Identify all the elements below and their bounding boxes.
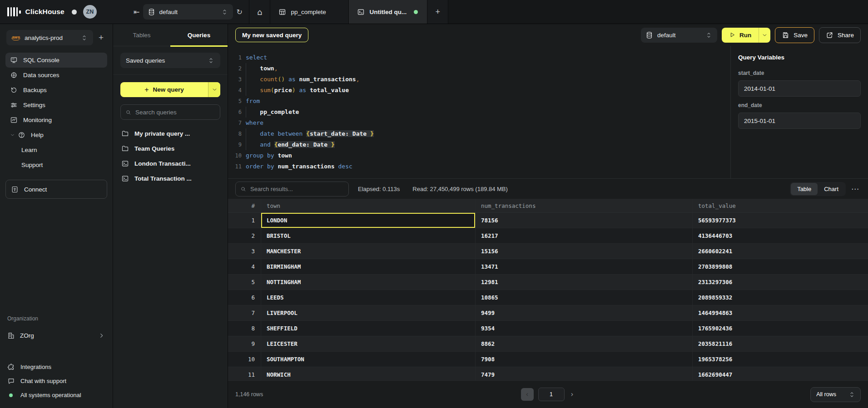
code-line-3[interactable]: 3 count() as num_transactions, (228, 74, 730, 85)
code-line-2[interactable]: 2 town, (228, 63, 730, 74)
row-number[interactable]: 4 (228, 259, 261, 274)
query-list-item-team-queries[interactable]: Team Queries (118, 141, 223, 156)
page-size-select[interactable]: All rows (810, 387, 861, 402)
column-header-num-transactions[interactable]: num_transactions (475, 199, 692, 212)
start-date-input[interactable] (744, 85, 855, 92)
sidebar-footer-chat-with-support[interactable]: Chat with support (7, 375, 105, 387)
table-cell[interactable]: 1662690447 (692, 367, 868, 380)
more-options-button[interactable]: ⋯ (849, 184, 861, 193)
tab-pp-complete[interactable]: pp_complete (270, 0, 348, 24)
end-date-input[interactable] (744, 118, 855, 124)
collapse-panel-icon[interactable]: ⇤ (131, 7, 142, 17)
code-line-10[interactable]: 10group by town (228, 150, 730, 161)
table-cell[interactable]: 1765902436 (692, 321, 868, 336)
next-page-button[interactable]: › (569, 390, 575, 398)
code-line-9[interactable]: 9 and {end_date: Date } (228, 139, 730, 150)
view-table-button[interactable]: Table (791, 183, 818, 195)
sidebar-item-support[interactable]: Support (5, 157, 107, 172)
table-cell[interactable]: 7479 (475, 367, 692, 380)
saved-queries-select[interactable]: Saved queries (120, 53, 220, 68)
new-tab-button[interactable]: + (427, 0, 448, 24)
row-number[interactable]: 7 (228, 305, 261, 320)
sidebar-item-data-sources[interactable]: Data sources (5, 68, 107, 83)
column-header-town[interactable]: town (261, 199, 475, 212)
run-button[interactable]: Run (722, 28, 770, 43)
column-header-total-value[interactable]: total_value (692, 199, 868, 212)
table-cell[interactable]: 2089859332 (692, 290, 868, 305)
search-results-box[interactable] (235, 182, 349, 197)
table-cell[interactable]: 2703899808 (692, 259, 868, 274)
add-service-button[interactable]: + (96, 33, 106, 43)
table-cell[interactable]: 4136446703 (692, 228, 868, 243)
current-page[interactable]: 1 (538, 388, 565, 401)
table-cell[interactable]: 10865 (475, 290, 692, 305)
notification-dot[interactable] (72, 10, 77, 15)
new-query-button[interactable]: + New query (120, 82, 220, 97)
table-cell[interactable]: 2660602241 (692, 244, 868, 259)
sidebar-footer-integrations[interactable]: Integrations (7, 361, 105, 373)
table-cell[interactable]: LIVERPOOL (261, 305, 475, 320)
sidebar-item-monitoring[interactable]: Monitoring (5, 113, 107, 128)
workspace-select[interactable]: aws analytics-prod (6, 30, 93, 45)
table-cell[interactable]: 1464994863 (692, 305, 868, 320)
sidebar-item-backups[interactable]: Backups (5, 83, 107, 98)
previous-page-button[interactable]: ‹ (521, 388, 534, 401)
table-cell[interactable]: 9354 (475, 321, 692, 336)
row-number[interactable]: 1 (228, 213, 261, 228)
organization-switcher[interactable]: ZOrg (7, 329, 105, 342)
code-line-8[interactable]: 8 date between {start_date: Date } (228, 128, 730, 139)
search-queries-box[interactable] (120, 104, 220, 120)
run-options-caret[interactable] (759, 28, 770, 43)
table-cell[interactable]: 16217 (475, 228, 692, 243)
code-line-6[interactable]: 6 pp_complete (228, 107, 730, 118)
save-button[interactable]: Save (775, 27, 814, 43)
tab-untitled-query[interactable]: Untitled qu... (348, 0, 427, 24)
table-cell[interactable]: 7908 (475, 352, 692, 367)
tab-tables[interactable]: Tables (113, 24, 170, 46)
sidebar-item-help[interactable]: Help (5, 128, 107, 143)
start-date-field[interactable] (738, 80, 861, 97)
table-cell[interactable]: 9499 (475, 305, 692, 320)
table-cell[interactable]: SOUTHAMPTON (261, 352, 475, 367)
code-line-5[interactable]: 5from (228, 96, 730, 107)
editor-database-select[interactable]: default (641, 28, 717, 43)
table-cell[interactable]: 1965378256 (692, 352, 868, 367)
sidebar-item-settings[interactable]: Settings (5, 98, 107, 113)
connect-button[interactable]: Connect (5, 180, 107, 199)
user-avatar[interactable]: ZN (83, 5, 97, 19)
row-number[interactable]: 10 (228, 352, 261, 367)
table-cell[interactable]: LEICESTER (261, 336, 475, 351)
row-number[interactable]: 9 (228, 336, 261, 351)
new-query-caret[interactable] (208, 82, 220, 97)
end-date-field[interactable] (738, 113, 861, 129)
view-chart-button[interactable]: Chart (818, 183, 845, 195)
table-cell[interactable]: 8862 (475, 336, 692, 351)
table-cell[interactable]: NOTTINGHAM (261, 275, 475, 290)
table-cell[interactable]: LONDON (261, 213, 475, 228)
table-cell[interactable]: LEEDS (261, 290, 475, 305)
code-line-4[interactable]: 4 sum(price) as total_value (228, 85, 730, 96)
sidebar-footer-all-systems-operational[interactable]: All systems operational (7, 389, 105, 401)
row-number[interactable]: 2 (228, 228, 261, 243)
search-queries-input[interactable] (135, 109, 215, 116)
clickhouse-logo-icon[interactable] (7, 7, 21, 17)
table-cell[interactable]: 56593977373 (692, 213, 868, 228)
search-results-input[interactable] (250, 186, 344, 192)
table-cell[interactable]: 13471 (475, 259, 692, 274)
row-number[interactable]: 11 (228, 367, 261, 380)
table-cell[interactable]: 15156 (475, 244, 692, 259)
row-number[interactable]: 3 (228, 244, 261, 259)
code-line-11[interactable]: 11order by num_transactions desc (228, 161, 730, 172)
row-number[interactable]: 8 (228, 321, 261, 336)
table-cell[interactable]: SHEFFIELD (261, 321, 475, 336)
table-cell[interactable]: 78156 (475, 213, 692, 228)
table-cell[interactable]: 2313297306 (692, 275, 868, 290)
table-cell[interactable]: NORWICH (261, 367, 475, 380)
code-line-7[interactable]: 7where (228, 118, 730, 128)
share-button[interactable]: Share (819, 27, 861, 43)
table-cell[interactable]: 12981 (475, 275, 692, 290)
query-list-item-total-transaction[interactable]: Total Transaction ... (118, 171, 223, 186)
table-cell[interactable]: BIRMINGHAM (261, 259, 475, 274)
home-button[interactable]: ⌂ (249, 0, 270, 24)
column-header-index[interactable]: # (228, 199, 261, 212)
